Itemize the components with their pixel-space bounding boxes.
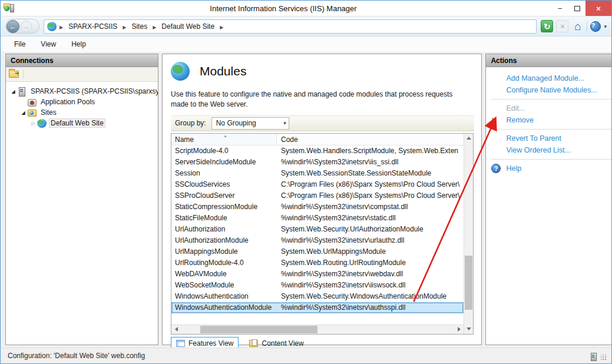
address-toolbar: ↻ × ⌂ ? ▾ — [541, 20, 607, 32]
scroll-down-button[interactable] — [464, 325, 474, 334]
action-configure-native-modules[interactable]: Configure Native Modules... — [491, 84, 612, 96]
close-button[interactable]: × — [585, 1, 611, 16]
menu-item-view[interactable]: View — [33, 38, 64, 51]
cell-code: System.Web.SessionState.SessionStateModu… — [277, 169, 464, 177]
group-by-toolbar: Group by: No Grouping ▾ — [171, 115, 474, 131]
tree-item-default-web-site[interactable]: ▷Default Web Site — [6, 118, 158, 128]
refresh-button[interactable]: ↻ — [541, 20, 553, 32]
scroll-up-button[interactable] — [464, 134, 474, 143]
table-row[interactable]: WindowsAuthenticationModule%windir%\Syst… — [171, 302, 464, 313]
resize-grip[interactable] — [601, 355, 607, 360]
help-button[interactable]: ? — [590, 21, 601, 32]
vertical-scroll-thumb[interactable] — [465, 256, 472, 310]
status-text: Configuration: 'Default Web Site' web.co… — [8, 352, 145, 360]
action-add-managed-module[interactable]: Add Managed Module... — [491, 72, 612, 84]
scroll-right-button[interactable] — [454, 325, 464, 334]
horizontal-scroll-track[interactable] — [181, 325, 454, 334]
table-row[interactable]: StaticCompressionModule%windir%\System32… — [171, 201, 464, 213]
action-label: Edit... — [506, 104, 525, 112]
table-row[interactable]: UrlAuthorizationSystem.Web.Security.UrlA… — [171, 224, 464, 235]
triangle-left-icon — [175, 327, 178, 332]
minimize-button[interactable]: – — [551, 1, 568, 16]
group-by-select[interactable]: No Grouping ▾ — [211, 117, 289, 130]
home-button[interactable]: ⌂ — [571, 20, 584, 32]
scroll-left-button[interactable] — [171, 325, 181, 334]
table-row[interactable]: WebDAVModule%windir%\System32\inetsrv\we… — [171, 269, 464, 280]
back-button[interactable]: ← — [6, 20, 19, 33]
titlebar: Internet Information Services (IIS) Mana… — [1, 1, 611, 16]
column-header-name[interactable]: Name ▲ — [171, 134, 277, 145]
cell-code: System.Web.Security.UrlAuthorizationModu… — [277, 225, 464, 233]
cell-code: System.Web.Handlers.ScriptModule, System… — [277, 147, 464, 155]
tree-item-sparx-pcsiis-sparx-pcsiis-sparxsys[interactable]: ◢SPARX-PCSIIS (SPARX-PCSIIS\sparxsys) — [6, 86, 158, 97]
table-row[interactable]: UrlMappingsModuleSystem.Web.UrlMappingsM… — [171, 246, 464, 257]
close-icon: × — [596, 4, 601, 13]
create-connection-button[interactable] — [9, 71, 19, 78]
table-row[interactable]: UrlRoutingModule-4.0System.Web.Routing.U… — [171, 257, 464, 269]
page-title: Modules — [200, 64, 246, 78]
column-code-label: Code — [281, 135, 298, 144]
home-icon: ⌂ — [574, 20, 581, 33]
menubar: FileViewHelp — [1, 37, 611, 52]
vertical-scrollbar[interactable] — [464, 134, 473, 334]
horizontal-scroll-thumb[interactable] — [200, 326, 318, 333]
cell-code: System.Web.Security.WindowsAuthenticatio… — [277, 292, 464, 300]
help-dropdown-caret[interactable]: ▾ — [604, 24, 607, 29]
tree-item-label: SPARX-PCSIIS (SPARX-PCSIIS\sparxsys) — [29, 87, 158, 96]
action-help[interactable]: ?Help — [491, 163, 612, 174]
connections-toolbar — [6, 67, 158, 82]
cell-code: %windir%\System32\inetsrv\authsspi.dll — [277, 303, 464, 312]
maximize-button[interactable] — [568, 1, 585, 16]
table-row[interactable]: SSProCloudServerC:\Program Files (x86)\S… — [171, 190, 464, 201]
table-row[interactable]: SSCloudServicesC:\Program Files (x86)\Sp… — [171, 179, 464, 190]
stop-button: × — [556, 20, 568, 32]
expander-expanded-icon[interactable]: ◢ — [9, 89, 17, 94]
expander-collapsed-icon[interactable]: ▷ — [29, 121, 37, 126]
action-revert-to-parent[interactable]: Revert To Parent — [491, 133, 612, 144]
column-header-code[interactable]: Code — [277, 134, 464, 145]
statusbar: Configuration: 'Default Web Site' web.co… — [1, 348, 611, 363]
table-row[interactable]: StaticFileModule%windir%\System32\inetsr… — [171, 213, 464, 224]
modules-panel: Modules Use this feature to configure th… — [162, 54, 482, 345]
forward-arrow-icon: → — [23, 22, 30, 31]
table-row[interactable]: ServerSideIncludeModule%windir%\System32… — [171, 157, 464, 168]
table-row[interactable]: WindowsAuthenticationSystem.Web.Security… — [171, 291, 464, 302]
help-badge-icon: ? — [491, 164, 501, 173]
cell-code: %windir%\System32\inetsrv\iis_ssi.dll — [277, 158, 464, 166]
tree-item-application-pools[interactable]: Application Pools — [6, 97, 158, 107]
refresh-icon: ↻ — [544, 22, 551, 31]
table-row[interactable]: ScriptModule-4.0System.Web.Handlers.Scri… — [171, 145, 464, 157]
breadcrumb-item-default-web-site[interactable]: Default Web Site — [159, 22, 217, 31]
remove-x-icon: × — [491, 116, 496, 124]
action-label: View Ordered List... — [506, 146, 571, 154]
cell-name: WindowsAuthenticationModule — [171, 303, 277, 312]
breadcrumb-item-sites[interactable]: Sites — [129, 22, 150, 31]
tree-item-sites[interactable]: ◢Sites — [6, 107, 158, 118]
action-remove[interactable]: ×Remove — [491, 114, 612, 126]
tree-item-label: Application Pools — [39, 97, 97, 107]
address-bar: ← → ▶SPARX-PCSIIS▶Sites▶Default Web Site… — [1, 16, 611, 37]
menu-item-file[interactable]: File — [6, 38, 33, 51]
menu-item-help[interactable]: Help — [64, 38, 94, 51]
app-icon — [4, 3, 15, 14]
expander-expanded-icon[interactable]: ◢ — [19, 110, 27, 115]
iis-status-icon — [591, 352, 599, 360]
action-icon-slot: × — [491, 116, 506, 124]
vertical-scroll-track[interactable] — [464, 143, 473, 325]
breadcrumb: ▶SPARX-PCSIIS▶Sites▶Default Web Site▶ — [44, 19, 537, 34]
table-row[interactable]: UrlAuthorizationModule%windir%\System32\… — [171, 235, 464, 246]
content-area: Connections ◢SPARX-PCSIIS (SPARX-PCSIIS\… — [1, 52, 611, 348]
table-row[interactable]: WebSocketModule%windir%\System32\inetsrv… — [171, 280, 464, 291]
cell-code: C:\Program Files (x86)\Sparx Systems\Pro… — [277, 180, 464, 188]
cell-name: UrlAuthorization — [171, 225, 277, 233]
cell-code: System.Web.Routing.UrlRoutingModule — [277, 259, 464, 267]
table-row[interactable]: SessionSystem.Web.SessionState.SessionSt… — [171, 168, 464, 179]
toolbar-divider — [587, 21, 587, 32]
modules-feature-icon — [171, 62, 190, 81]
action-view-ordered-list[interactable]: View Ordered List... — [491, 144, 612, 156]
site-globe-icon — [37, 119, 47, 128]
horizontal-scrollbar[interactable] — [171, 325, 464, 334]
sort-ascending-icon: ▲ — [223, 134, 227, 138]
breadcrumb-item-sparx-pcsiis[interactable]: SPARX-PCSIIS — [66, 22, 120, 31]
group-by-value: No Grouping — [216, 119, 256, 127]
